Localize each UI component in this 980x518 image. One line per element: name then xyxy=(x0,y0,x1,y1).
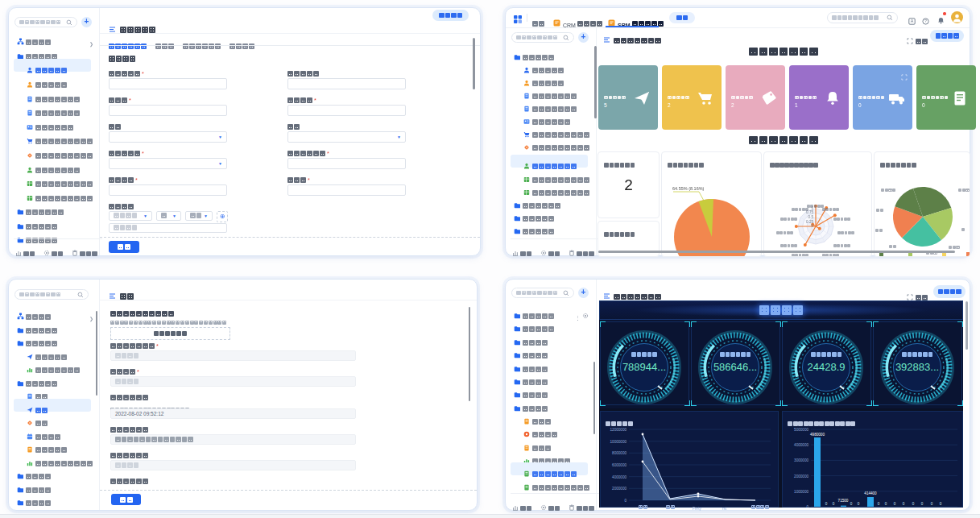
svg-text:?: ? xyxy=(924,19,927,23)
svg-text:12000000: 12000000 xyxy=(610,428,627,432)
svg-text:414400: 414400 xyxy=(864,491,877,495)
svg-text:0: 0 xyxy=(833,502,835,506)
svg-text:64.55% (8.16%): 64.55% (8.16%) xyxy=(672,186,705,191)
svg-text:0: 0 xyxy=(825,502,828,506)
svg-text:0: 0 xyxy=(885,502,887,506)
svg-text:8000000: 8000000 xyxy=(612,451,626,455)
svg-text:0: 0 xyxy=(806,505,808,508)
svg-text:3000000: 3000000 xyxy=(794,458,808,462)
svg-text:A: A xyxy=(911,19,914,23)
svg-text:2000000: 2000000 xyxy=(612,487,626,491)
svg-text:5000000: 5000000 xyxy=(794,428,808,432)
svg-text:0: 0 xyxy=(624,499,626,503)
svg-text:0.5: 0.5 xyxy=(808,215,814,219)
svg-text:71500: 71500 xyxy=(838,499,849,503)
svg-text:0: 0 xyxy=(878,502,880,506)
svg-text:0: 0 xyxy=(811,224,813,228)
svg-text:0: 0 xyxy=(858,502,860,506)
svg-text:0: 0 xyxy=(850,502,853,506)
svg-text:4000000: 4000000 xyxy=(612,475,626,479)
svg-text:0: 0 xyxy=(903,502,905,506)
svg-text:0: 0 xyxy=(921,502,924,506)
svg-text:10000000: 10000000 xyxy=(610,440,627,444)
svg-text:4980000: 4980000 xyxy=(810,433,825,437)
svg-text:0: 0 xyxy=(912,502,915,506)
svg-text:0: 0 xyxy=(894,502,896,506)
svg-text:2000000: 2000000 xyxy=(794,474,808,479)
svg-text:4000000: 4000000 xyxy=(794,443,808,447)
svg-text:6000000: 6000000 xyxy=(612,463,626,467)
svg-text:0: 0 xyxy=(940,502,942,506)
svg-text:0: 0 xyxy=(931,502,933,506)
svg-text:1000000: 1000000 xyxy=(794,490,808,494)
